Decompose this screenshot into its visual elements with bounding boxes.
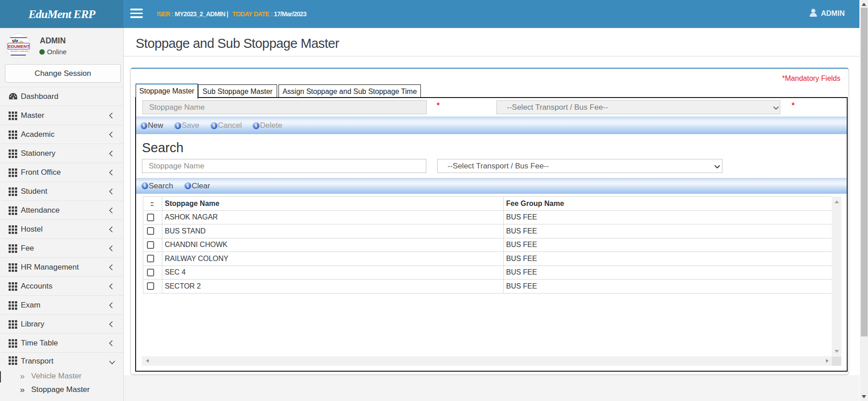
svg-text:WE WISH YOU ASCEND: WE WISH YOU ASCEND	[10, 51, 28, 52]
svg-text:ΕDUMENT: ΕDUMENT	[8, 44, 29, 49]
